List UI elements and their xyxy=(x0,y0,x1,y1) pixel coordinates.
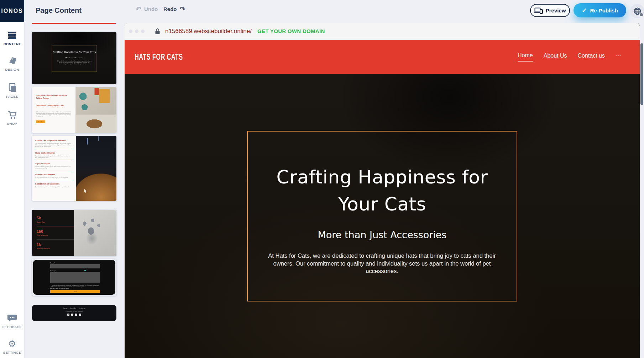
thumb-collection-heading: Perfect Fit Guarantee xyxy=(35,173,73,176)
divider xyxy=(35,171,73,171)
thumb-form-send-button: Send xyxy=(50,290,100,293)
site-header: HATS FOR CATS Home About Us Contact us ·… xyxy=(125,40,640,74)
divider xyxy=(37,226,79,226)
design-icon xyxy=(0,55,24,66)
page-title: Page Content xyxy=(36,6,82,15)
panel-accent-rule xyxy=(32,23,116,24)
sidebar-item-shop[interactable]: SHOP xyxy=(0,109,24,125)
twitter-icon: t xyxy=(71,314,73,316)
ionos-logo: IONOS xyxy=(0,0,24,22)
site-nav-more-icon[interactable]: ··· xyxy=(616,53,621,61)
thumb-footer-nav-about: About Us xyxy=(70,307,75,309)
thumb-discover-body: At Hats for Cats, we specialize in beaut… xyxy=(36,111,72,117)
thumb-collection-photo xyxy=(76,136,116,201)
facebook-icon: f xyxy=(67,314,69,316)
divider xyxy=(35,149,73,149)
thumb-footer-nav-contact: Contact us xyxy=(79,307,85,309)
app-window: IONOS CONTENT DESIGN PAGES SHOP xyxy=(0,0,644,358)
republish-button[interactable]: ✓ Re-Publish xyxy=(574,3,626,17)
lock-icon xyxy=(155,28,160,34)
stat-label: Unique Designs xyxy=(37,235,74,236)
hero-title: Crafting Happiness for Your Cats xyxy=(247,164,517,218)
feedback-icon xyxy=(0,313,24,324)
pages-icon xyxy=(0,82,24,93)
stat-value: 150 xyxy=(37,229,74,234)
sidebar-item-label: SETTINGS xyxy=(0,351,24,354)
thumb-collection-heading: Stylish Designs xyxy=(35,162,73,165)
thumb-collection-heading: Hand-Crafted Quality xyxy=(35,152,73,154)
site-nav-about[interactable]: About Us xyxy=(544,53,567,61)
section-thumbnail-hero[interactable]: Crafting Happiness for Your Cats More th… xyxy=(32,32,116,84)
site-nav: Home About Us Contact us ··· xyxy=(518,52,621,62)
undo-button[interactable]: ↶ Undo xyxy=(136,6,158,12)
divider xyxy=(35,160,73,160)
thumb-discover-heading: Discover Unique Hats for Your Feline Fri… xyxy=(36,94,72,100)
redo-icon: ↷ xyxy=(180,6,185,12)
thumb-discover-photo xyxy=(76,87,117,133)
sidebar-item-label: CONTENT xyxy=(0,42,24,46)
sidebar-item-content[interactable]: CONTENT xyxy=(0,30,24,46)
sidebar-item-label: FEEDBACK xyxy=(0,325,24,329)
content-icon xyxy=(0,30,24,41)
thumb-form-message-field xyxy=(50,272,100,283)
thumb-collection-body: Each hat is meticulously designed and cr… xyxy=(35,155,73,158)
thumb-collection-body: Our hats fit comfortably and securely, s… xyxy=(35,177,73,178)
section-thumbnail-footer[interactable]: Home About Us Contact us ©Copyright. All… xyxy=(32,305,116,321)
stat-label: Repeat Customers xyxy=(37,248,74,250)
sidebar-item-settings[interactable]: ⚙ SETTINGS xyxy=(0,338,24,354)
thumb-collection-heading: Suitable for All Occasions xyxy=(35,183,73,185)
thumb-form-card: Name* Message I hereby agree that this d… xyxy=(33,260,115,295)
thumb-footer-card: Home About Us Contact us ©Copyright. All… xyxy=(32,305,116,321)
devices-icon xyxy=(534,7,543,14)
site-nav-contact[interactable]: Contact us xyxy=(578,53,605,61)
site-url: n1566589.websitebuilder.online/ xyxy=(165,28,252,35)
thumb-collection-heading: Explore Our Exquisite Collection xyxy=(35,139,73,141)
preview-button[interactable]: Preview xyxy=(530,4,570,17)
site-brand[interactable]: HATS FOR CATS xyxy=(135,52,183,62)
thumb-footer-copyright: ©Copyright. All rights reserved. xyxy=(32,311,116,312)
thumb-discover-subheading: Handcrafted Exclusively for Cats xyxy=(36,105,72,107)
get-domain-link[interactable]: GET YOUR OWN DOMAIN xyxy=(257,28,325,34)
preview-label: Preview xyxy=(546,7,566,14)
instagram-icon: i xyxy=(79,314,81,316)
thumb-footer-nav-home: Home xyxy=(63,307,67,309)
sidebar-item-label: DESIGN xyxy=(0,68,24,71)
hero-subtitle: More than Just Accessories xyxy=(247,229,517,240)
hero-title-line2: Your Cats xyxy=(247,191,517,218)
redo-button[interactable]: Redo ↷ xyxy=(163,6,185,12)
check-icon: ✓ xyxy=(582,7,587,14)
thumb-hero-title: Crafting Happiness for Your Cats xyxy=(52,50,97,54)
thumb-stats-photo xyxy=(74,210,116,256)
thumb-form-name-field xyxy=(50,264,100,268)
section-thumbnail-collection[interactable]: Explore Our Exquisite Collection Dive in… xyxy=(32,136,116,201)
thumb-collection-body: We offer a diverse range of designs, fro… xyxy=(35,166,73,169)
republish-label: Re-Publish xyxy=(590,7,618,14)
site-preview-canvas: n1566589.websitebuilder.online/ GET YOUR… xyxy=(125,23,640,358)
pinterest-icon: p xyxy=(75,314,77,316)
thumb-form-consent-text: I hereby agree that this data will be st… xyxy=(53,285,101,288)
browser-dot xyxy=(135,30,138,33)
stat-value: 5k xyxy=(37,216,74,220)
globe-button[interactable] xyxy=(630,4,644,18)
thumb-collection-body: From birthdays to parties, our hats are … xyxy=(35,186,73,188)
section-thumbnail-contact-form[interactable]: Name* Message I hereby agree that this d… xyxy=(32,259,116,296)
section-thumbnail-stats[interactable]: 5k Happy Cats 150 Unique Designs 1k Repe… xyxy=(32,210,116,256)
undo-icon: ↶ xyxy=(136,6,141,12)
thumb-form-message-label: Message xyxy=(50,270,56,272)
sidebar-item-feedback[interactable]: FEEDBACK xyxy=(0,313,24,329)
sidebar-item-design[interactable]: DESIGN xyxy=(0,55,24,71)
thumb-hero-body: At Hats for Cats, we are dedicated to cr… xyxy=(57,60,92,65)
section-thumbnail-discover[interactable]: Discover Unique Hats for Your Feline Fri… xyxy=(32,87,116,133)
sidebar-item-pages[interactable]: PAGES xyxy=(0,82,24,98)
shop-icon xyxy=(0,109,24,120)
sidebar: IONOS CONTENT DESIGN PAGES SHOP xyxy=(0,0,25,358)
undo-label: Undo xyxy=(144,6,158,12)
site-nav-home[interactable]: Home xyxy=(518,52,533,62)
divider xyxy=(37,239,79,240)
thumb-shop-now-button: Shop Now xyxy=(36,121,45,123)
thumb-collection-body: Dive into our range of cat hats and acce… xyxy=(35,143,73,147)
sidebar-item-label: PAGES xyxy=(0,95,24,98)
browser-dot xyxy=(129,30,132,33)
canvas-scrollbar[interactable] xyxy=(640,43,643,105)
hero-body-text: At Hats for Cats, we are dedicated to cr… xyxy=(266,252,498,275)
